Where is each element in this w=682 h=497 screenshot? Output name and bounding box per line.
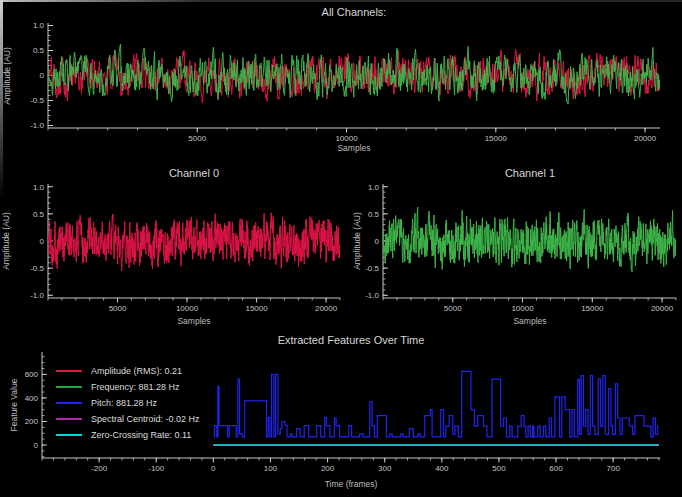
pitch-line-swatch (56, 402, 82, 404)
frequency-line-swatch (56, 386, 82, 388)
svg-text:1.0: 1.0 (33, 21, 45, 30)
svg-text:-0.5: -0.5 (365, 264, 379, 273)
svg-text:0: 0 (40, 71, 45, 80)
svg-text:0: 0 (40, 237, 45, 246)
features-legend[interactable]: Amplitude (RMS): 0.21 Frequency: 881.28 … (56, 366, 200, 440)
svg-text:-1.0: -1.0 (30, 291, 44, 300)
svg-text:5000: 5000 (444, 304, 462, 313)
svg-text:600: 600 (25, 370, 39, 379)
channel-1-chart: Channel 1 Samples Amplitude (AU) 5000100… (352, 158, 682, 330)
channel-0-ylabel: Amplitude (AU) (1, 212, 11, 270)
channel-1-ylabel: Amplitude (AU) (352, 212, 362, 270)
svg-text:-100: -100 (148, 464, 165, 473)
all-channels-chart: All Channels: Samples Amplitude (AU) 500… (0, 0, 682, 158)
channel-0-title: Channel 0 (169, 167, 219, 179)
svg-text:20000: 20000 (315, 304, 338, 313)
zero-crossing-rate-line-swatch (56, 434, 82, 436)
svg-text:5000: 5000 (188, 134, 206, 143)
svg-text:500: 500 (492, 464, 506, 473)
svg-text:-1.0: -1.0 (365, 291, 379, 300)
all-channels-title: All Channels: (322, 6, 387, 18)
extracted-features-title: Extracted Features Over Time (278, 334, 425, 346)
svg-text:200: 200 (25, 417, 39, 426)
svg-text:15000: 15000 (581, 304, 604, 313)
spectral-centroid-line-swatch (56, 418, 82, 420)
svg-text:10000: 10000 (335, 134, 358, 143)
legend-label: Pitch: 881.28 Hz (91, 398, 157, 408)
legend-label: Zero-Crossing Rate: 0.11 (91, 430, 191, 440)
svg-text:20000: 20000 (634, 134, 657, 143)
svg-text:-1.0: -1.0 (30, 121, 44, 130)
legend-label: Spectral Centroid: -0.02 Hz (91, 414, 200, 424)
all-channels-plot-area[interactable] (48, 23, 660, 128)
legend-label: Amplitude (RMS): 0.21 (91, 366, 182, 376)
svg-text:200: 200 (321, 464, 335, 473)
svg-text:10000: 10000 (176, 304, 199, 313)
channel-1-plot-area[interactable] (383, 184, 676, 298)
svg-text:15000: 15000 (485, 134, 508, 143)
svg-text:400: 400 (25, 394, 39, 403)
all-channels-xlabel: Samples (337, 143, 370, 153)
svg-text:5000: 5000 (109, 304, 127, 313)
channel-0-xlabel: Samples (177, 316, 210, 326)
channel-1-xlabel: Samples (513, 316, 546, 326)
svg-text:20000: 20000 (651, 304, 674, 313)
extracted-features-ylabel: Feature Value (9, 378, 19, 431)
svg-text:300: 300 (378, 464, 392, 473)
svg-text:0: 0 (34, 441, 39, 450)
amplitude-rms-line-swatch (56, 370, 82, 372)
svg-text:0.5: 0.5 (33, 210, 45, 219)
channel-0-plot-area[interactable] (48, 184, 340, 298)
svg-text:400: 400 (435, 464, 449, 473)
svg-text:-0.5: -0.5 (30, 264, 44, 273)
svg-text:15000: 15000 (245, 304, 268, 313)
svg-text:0: 0 (375, 237, 380, 246)
legend-label: Frequency: 881.28 Hz (91, 382, 180, 392)
svg-text:0: 0 (211, 464, 216, 473)
channel-0-chart: Channel 0 Samples Amplitude (AU) 5000100… (0, 158, 360, 330)
legend-item-frequency: Frequency: 881.28 Hz (56, 382, 200, 392)
svg-text:-200: -200 (91, 464, 108, 473)
svg-text:1.0: 1.0 (33, 183, 45, 192)
extracted-features-xlabel: Time (frames) (325, 479, 378, 489)
app-window: All Channels: Samples Amplitude (AU) 500… (0, 0, 682, 497)
legend-item-amplitude-rms: Amplitude (RMS): 0.21 (56, 366, 200, 376)
svg-text:10000: 10000 (511, 304, 534, 313)
svg-text:1.0: 1.0 (368, 183, 380, 192)
legend-item-spectral-centroid: Spectral Centroid: -0.02 Hz (56, 414, 200, 424)
legend-item-pitch: Pitch: 881.28 Hz (56, 398, 200, 408)
svg-text:0.5: 0.5 (33, 46, 45, 55)
all-channels-ylabel: Amplitude (AU) (2, 47, 12, 105)
legend-item-zero-crossing-rate: Zero-Crossing Rate: 0.11 (56, 430, 200, 440)
svg-text:700: 700 (606, 464, 620, 473)
svg-text:600: 600 (549, 464, 563, 473)
svg-text:-0.5: -0.5 (30, 96, 44, 105)
svg-text:0.5: 0.5 (368, 210, 380, 219)
channel-1-title: Channel 1 (505, 167, 555, 179)
svg-text:100: 100 (264, 464, 278, 473)
